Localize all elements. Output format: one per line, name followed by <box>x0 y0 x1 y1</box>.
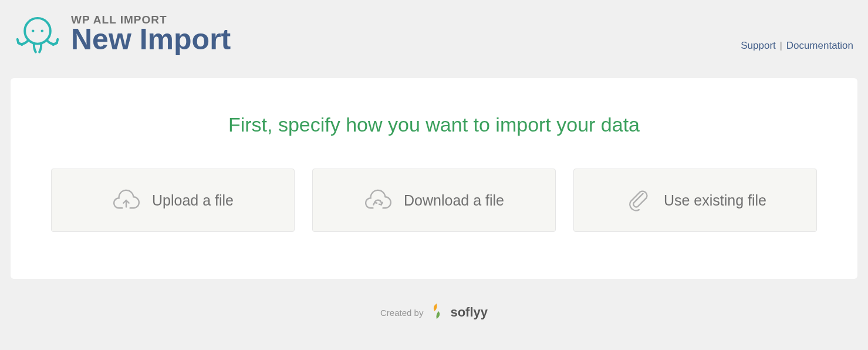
option-label: Download a file <box>404 192 504 209</box>
page-header: WP ALL IMPORT New Import Support | Docum… <box>0 0 868 66</box>
cloud-download-icon <box>364 189 392 211</box>
svg-point-1 <box>32 29 35 32</box>
link-divider: | <box>780 40 782 51</box>
option-label: Upload a file <box>152 192 234 209</box>
import-options: Upload a file Download a file Use existi… <box>46 169 822 232</box>
created-by-label: Created by <box>380 308 423 318</box>
soflyy-logo-icon <box>430 302 443 322</box>
documentation-link[interactable]: Documentation <box>786 40 853 51</box>
title-block: WP ALL IMPORT New Import <box>71 14 231 56</box>
support-link[interactable]: Support <box>741 40 776 51</box>
download-file-button[interactable]: Download a file <box>312 169 556 232</box>
cloud-upload-icon <box>112 189 140 211</box>
header-left: WP ALL IMPORT New Import <box>15 12 231 58</box>
brand-name: soflyy <box>450 305 488 320</box>
use-existing-file-button[interactable]: Use existing file <box>573 169 817 232</box>
header-links: Support | Documentation <box>741 40 853 52</box>
octopus-logo-icon <box>15 12 60 58</box>
main-heading: First, specify how you want to import yo… <box>46 113 822 136</box>
page-title: New Import <box>71 23 231 56</box>
upload-file-button[interactable]: Upload a file <box>51 169 295 232</box>
paperclip-icon <box>624 189 652 211</box>
footer: Created by soflyy <box>0 302 868 322</box>
svg-point-2 <box>40 29 43 32</box>
main-card: First, specify how you want to import yo… <box>11 78 857 279</box>
option-label: Use existing file <box>664 192 766 209</box>
